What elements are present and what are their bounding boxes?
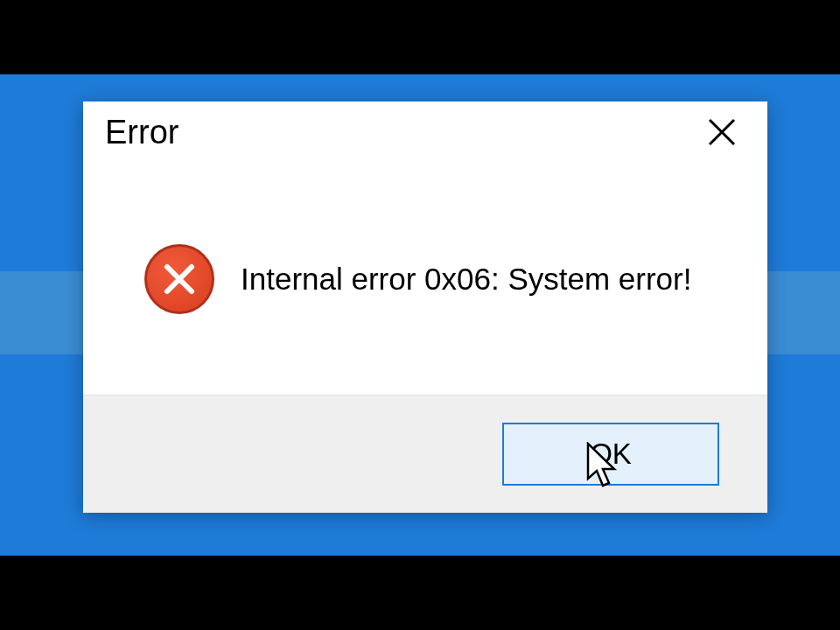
close-icon (706, 116, 738, 148)
titlebar: Error (83, 102, 767, 163)
dialog-actions: OK (83, 395, 767, 513)
error-message: Internal error 0x06: System error! (241, 259, 691, 299)
ok-button[interactable]: OK (502, 423, 719, 486)
error-icon (144, 244, 214, 314)
error-x-icon (160, 260, 199, 298)
ok-button-label: OK (590, 438, 632, 471)
error-dialog: Error Internal error 0x06: System error!… (83, 102, 767, 513)
dialog-title: Error (105, 114, 178, 151)
close-button[interactable] (697, 108, 746, 157)
dialog-content: Internal error 0x06: System error! (83, 163, 767, 395)
